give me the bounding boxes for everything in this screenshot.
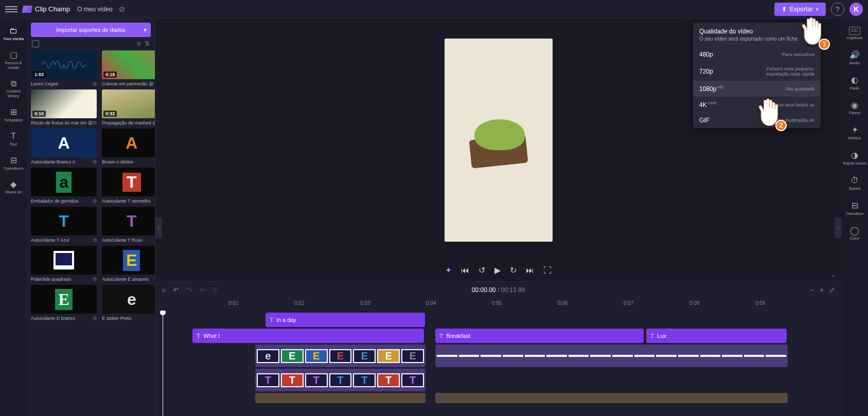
rail-text[interactable]: TText bbox=[1, 128, 26, 150]
sticker-clip[interactable]: TTTTTTT bbox=[255, 369, 426, 391]
media-item[interactable]: TAutocolante T Roxo⊘ bbox=[102, 207, 155, 243]
media-item[interactable]: AAutocolante Branco A⊘ bbox=[31, 129, 97, 165]
timeline-toolbar: ⟐ ↶ ↷ ✂ ⎘ 00:00.00 / 00:13.89 − + ⤢ bbox=[155, 282, 841, 298]
media-item[interactable]: EAutocolante E amarelo⊘ bbox=[102, 246, 155, 282]
text-clip[interactable]: Lux bbox=[646, 329, 787, 343]
library-icon: ⧉ bbox=[8, 78, 19, 88]
rail-brand-kit[interactable]: ◆Brand kit bbox=[1, 176, 26, 198]
popup-header: Qualidade do vídeo O seu vídeo será expo… bbox=[693, 23, 821, 47]
app-logo: Clip Champ bbox=[23, 5, 70, 13]
left-rail: 🗀Your media ▢Record & create ⧉Content li… bbox=[0, 19, 27, 416]
rail-your-media[interactable]: 🗀Your media bbox=[1, 23, 26, 45]
export-button[interactable]: ⬆ Exportar ▾ bbox=[774, 3, 826, 16]
media-item[interactable]: ABrown A sticker⊘ bbox=[102, 129, 155, 165]
export-button-label: Exportar bbox=[790, 6, 813, 13]
rail-transition[interactable]: ⊟Transition bbox=[842, 196, 867, 221]
rail-adjust[interactable]: ◑Adjust colors bbox=[842, 146, 867, 170]
media-item[interactable]: EAutocolante E branco⊘ bbox=[31, 285, 97, 321]
menu-icon[interactable] bbox=[5, 3, 17, 15]
smart-icon[interactable]: ⟐ bbox=[162, 286, 166, 294]
import-button-label: Importar suportes de dados bbox=[56, 27, 126, 33]
media-item[interactable]: TAutocolante T Azul⊘ bbox=[31, 207, 97, 243]
folder-icon: 🗀 bbox=[8, 26, 19, 36]
transition-icon: ⊟ bbox=[849, 201, 860, 211]
camera-icon: ▢ bbox=[8, 50, 19, 60]
rail-audio[interactable]: 🔊Áudio bbox=[842, 46, 867, 70]
speed-icon: ⏱ bbox=[849, 175, 860, 186]
speaker-icon: 🔊 bbox=[849, 50, 860, 60]
sticker-clip[interactable]: eEEEEEE bbox=[255, 345, 426, 367]
export-option-480p[interactable]: 480pPara rascunhos bbox=[693, 47, 821, 62]
media-tools: ≡ ⇅ bbox=[31, 37, 151, 50]
cc-icon: CC bbox=[849, 27, 860, 35]
select-all-checkbox[interactable] bbox=[32, 40, 39, 47]
rail-effects[interactable]: ✦Efeitos bbox=[842, 121, 867, 145]
effects-icon: ✦ bbox=[849, 125, 860, 135]
rewind-icon[interactable]: ↺ bbox=[479, 265, 485, 275]
fullscreen-icon[interactable]: ⛶ bbox=[543, 266, 552, 275]
redo-icon[interactable]: ↷ bbox=[186, 286, 192, 294]
rail-content-library[interactable]: ⧉Content library bbox=[1, 75, 26, 102]
popup-title: Qualidade do vídeo bbox=[699, 28, 814, 35]
rail-fade[interactable]: ◐Fade bbox=[842, 71, 867, 95]
magic-icon[interactable]: ✦ bbox=[445, 265, 452, 275]
brand-icon: ◆ bbox=[8, 179, 19, 189]
rail-templates[interactable]: ⊞Templates bbox=[1, 104, 26, 126]
export-option-4K[interactable]: 4KUHDmost dos seus beijos ou bbox=[693, 97, 821, 113]
media-item[interactable]: Polaróide quadrado⊘ bbox=[31, 246, 97, 282]
zoom-out-icon[interactable]: − bbox=[810, 286, 814, 294]
undo-icon[interactable]: ↶ bbox=[173, 286, 179, 294]
project-title[interactable]: O meu vídeo bbox=[77, 6, 113, 13]
media-item[interactable]: aEmbalador de gemidos⊘ bbox=[31, 168, 97, 204]
rail-filters[interactable]: ◉Filters bbox=[842, 96, 867, 120]
media-item[interactable]: 1:53Luzes Cegas⊘ bbox=[31, 50, 97, 86]
timeline-ruler[interactable]: 0:010:020:030:040:050:060:070:080:09 bbox=[155, 298, 841, 311]
video-clip[interactable] bbox=[435, 393, 788, 403]
chevron-down-icon: ▾ bbox=[816, 7, 819, 12]
export-option-GIF[interactable]: GIFsegundos multimédia 4K bbox=[693, 113, 821, 128]
media-item[interactable]: 0:10Risoto de frutos do mar em @⊘ bbox=[31, 89, 97, 125]
templates-icon: ⊞ bbox=[8, 107, 19, 117]
skip-start-icon[interactable]: ⏮ bbox=[461, 266, 469, 275]
cloud-off-icon[interactable]: ⊘ bbox=[119, 5, 126, 14]
popup-subtitle: O seu vídeo será exportado como um fiche bbox=[699, 36, 814, 42]
timeline-tracks[interactable]: in a day What I Breakfast Lux eEEEEEE bbox=[155, 311, 841, 416]
zoom-fit-icon[interactable]: ⤢ bbox=[829, 286, 835, 294]
app-name: Clip Champ bbox=[35, 5, 70, 13]
copy-icon[interactable]: ⎘ bbox=[213, 286, 217, 294]
media-item[interactable]: TAutocolante T vermelho⊘ bbox=[102, 168, 155, 204]
help-icon[interactable]: ? bbox=[831, 3, 844, 16]
rail-speed[interactable]: ⏱Speed bbox=[842, 171, 867, 195]
rail-color[interactable]: ◯Color bbox=[842, 221, 867, 245]
filter-icon[interactable]: ≡ bbox=[137, 40, 140, 47]
video-preview[interactable] bbox=[445, 39, 553, 242]
export-option-720p[interactable]: 720pFicheiro mais pequeno, exportação ma… bbox=[693, 62, 821, 81]
media-item[interactable]: 0:18Colocar em parmesão @⊘ bbox=[102, 50, 155, 86]
text-clip[interactable]: in a day bbox=[265, 313, 425, 327]
export-option-1080p[interactable]: 1080pHDAlta qualidade bbox=[693, 81, 821, 97]
avatar[interactable]: K bbox=[849, 3, 863, 16]
forward-icon[interactable]: ↻ bbox=[510, 265, 517, 275]
media-item[interactable]: 0:32Propagação de mashed @⊘ bbox=[102, 89, 155, 125]
text-clip[interactable]: Breakfast bbox=[435, 329, 644, 343]
zoom-in-icon[interactable]: + bbox=[820, 286, 824, 294]
text-clip[interactable]: What I bbox=[192, 329, 424, 343]
adjust-icon: ◑ bbox=[849, 150, 860, 160]
play-icon[interactable]: ▶ bbox=[494, 265, 501, 275]
cut-icon[interactable]: ✂ bbox=[200, 286, 206, 294]
sticker-clip[interactable] bbox=[435, 345, 788, 367]
sort-icon[interactable]: ⇅ bbox=[145, 40, 150, 47]
chevron-down-icon: ▾ bbox=[144, 27, 147, 33]
timeline: ⟐ ↶ ↷ ✂ ⎘ 00:00.00 / 00:13.89 − + ⤢ 0:01… bbox=[155, 281, 841, 416]
rail-captions[interactable]: CCCaptions bbox=[842, 23, 867, 45]
playhead[interactable] bbox=[163, 311, 163, 416]
fade-icon: ◐ bbox=[849, 75, 860, 85]
collapse-down-icon[interactable]: ⌄ bbox=[831, 271, 836, 278]
media-panel: Importar suportes de dados ▾ ≡ ⇅ 1:53Luz… bbox=[27, 19, 155, 416]
skip-end-icon[interactable]: ⏭ bbox=[526, 266, 534, 275]
import-button[interactable]: Importar suportes de dados ▾ bbox=[31, 23, 151, 37]
media-item[interactable]: eE stoker Preto⊘ bbox=[102, 285, 155, 321]
rail-transitions[interactable]: ⊟Transitions bbox=[1, 152, 26, 174]
rail-record[interactable]: ▢Record & create bbox=[1, 47, 26, 74]
video-clip[interactable] bbox=[255, 393, 426, 403]
